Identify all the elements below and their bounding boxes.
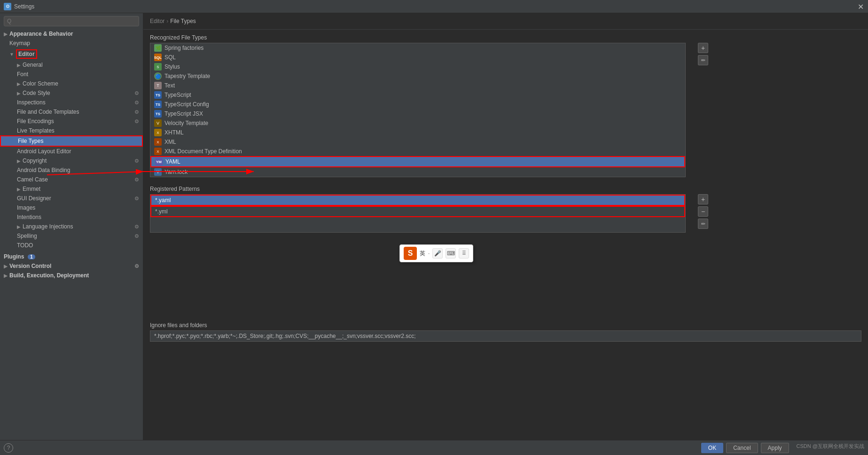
sidebar-item-label: Android Data Binding bbox=[17, 167, 70, 173]
apply-button[interactable]: Apply bbox=[761, 443, 789, 453]
sidebar-item-label: Camel Case bbox=[17, 176, 48, 183]
sidebar-item-inspections[interactable]: Inspections ⚙ bbox=[0, 98, 143, 107]
settings-icon: ⚙ bbox=[134, 109, 139, 115]
list-item[interactable]: 🔵 Tapestry Template bbox=[150, 71, 685, 81]
patterns-list[interactable]: *.yaml *.yml bbox=[150, 195, 685, 232]
sidebar-item-gui-designer[interactable]: GUI Designer ⚙ bbox=[0, 194, 143, 203]
sidebar-item-label: General bbox=[23, 62, 43, 68]
ime-toolbar: S 英 · 🎤 ⌨ ⠿ bbox=[399, 244, 473, 262]
patterns-list-container: *.yaml *.yml bbox=[150, 194, 686, 233]
sidebar-item-android-layout-editor[interactable]: Android Layout Editor bbox=[0, 147, 143, 156]
sidebar-item-label: Font bbox=[17, 71, 28, 78]
sidebar-item-label: File and Code Templates bbox=[17, 109, 79, 115]
list-item[interactable]: 🌿 Spring factories bbox=[150, 43, 685, 53]
sidebar-item-label: Build, Execution, Deployment bbox=[9, 272, 89, 279]
sidebar-item-file-encodings[interactable]: File Encodings ⚙ bbox=[0, 117, 143, 126]
add-pattern-button[interactable]: + bbox=[698, 194, 708, 204]
pattern-name: *.yaml bbox=[155, 197, 171, 204]
ts-config-icon: TS bbox=[154, 101, 162, 108]
yaml-icon: YM bbox=[155, 158, 163, 165]
sidebar-item-editor[interactable]: Editor bbox=[0, 48, 143, 60]
ime-keyboard-button[interactable]: ⌨ bbox=[446, 248, 456, 259]
sidebar-item-language-injections[interactable]: Language Injections ⚙ bbox=[0, 222, 143, 231]
close-button[interactable]: ✕ bbox=[858, 3, 864, 10]
sidebar-item-label: Plugins bbox=[4, 253, 24, 260]
list-item[interactable]: T Text bbox=[150, 81, 685, 90]
sidebar-item-plugins[interactable]: Plugins 1 bbox=[0, 252, 143, 261]
sidebar-item-label: Color Scheme bbox=[23, 80, 58, 87]
file-type-name: Yarn.lock bbox=[164, 169, 188, 175]
content-body: Recognized File Types 🌿 Spring factories bbox=[143, 30, 868, 440]
sidebar-item-file-types[interactable]: File Types bbox=[0, 135, 143, 147]
settings-icon: ⚙ bbox=[134, 224, 139, 230]
sidebar-item-label: Editor bbox=[16, 49, 37, 59]
ime-mic-button[interactable]: 🎤 bbox=[432, 248, 443, 259]
sidebar-item-font[interactable]: Font bbox=[0, 70, 143, 79]
app-icon: ⚙ bbox=[4, 3, 11, 10]
list-item[interactable]: X XML Document Type Definition bbox=[150, 147, 685, 156]
file-types-list[interactable]: 🌿 Spring factories SQL SQL bbox=[150, 43, 685, 177]
sidebar-item-appearance-behavior[interactable]: Appearance & Behavior bbox=[0, 29, 143, 39]
list-item[interactable]: SQL SQL bbox=[150, 53, 685, 62]
sidebar-item-label: Keymap bbox=[9, 40, 30, 47]
search-input[interactable] bbox=[4, 16, 139, 26]
xhtml-icon: X bbox=[154, 129, 162, 136]
yarn-icon: Y bbox=[154, 168, 162, 176]
sidebar-item-todo[interactable]: TODO bbox=[0, 241, 143, 250]
sidebar-item-emmet[interactable]: Emmet bbox=[0, 184, 143, 194]
sidebar-item-android-data-binding[interactable]: Android Data Binding bbox=[0, 165, 143, 175]
list-item[interactable]: X XHTML bbox=[150, 128, 685, 137]
sidebar-item-live-templates[interactable]: Live Templates bbox=[0, 126, 143, 135]
file-type-name: TypeScript Config bbox=[164, 101, 209, 108]
sidebar-item-camel-case[interactable]: Camel Case ⚙ bbox=[0, 175, 143, 184]
pattern-item[interactable]: *.yml bbox=[150, 206, 685, 217]
edit-file-type-button[interactable]: ✏ bbox=[698, 55, 708, 65]
ignore-input[interactable] bbox=[150, 330, 861, 342]
stylus-icon: S bbox=[154, 63, 162, 71]
breadcrumb-parent: Editor bbox=[150, 18, 164, 24]
list-item[interactable]: V Velocity Template bbox=[150, 118, 685, 128]
ignore-section: Ignore files and folders bbox=[150, 322, 861, 342]
sidebar-item-general[interactable]: General bbox=[0, 60, 143, 70]
remove-pattern-button[interactable]: − bbox=[698, 206, 708, 217]
sidebar-item-keymap[interactable]: Keymap bbox=[0, 39, 143, 48]
titlebar-title: Settings bbox=[14, 3, 34, 10]
sidebar-item-color-scheme[interactable]: Color Scheme bbox=[0, 79, 143, 88]
xml-icon: X bbox=[154, 138, 162, 146]
help-button[interactable]: ? bbox=[4, 443, 13, 453]
file-type-name: XML bbox=[164, 139, 176, 145]
list-item[interactable]: S Stylus bbox=[150, 62, 685, 71]
list-item[interactable]: YM YAML bbox=[150, 156, 685, 167]
list-item[interactable]: TS TypeScript Config bbox=[150, 100, 685, 109]
sidebar-item-version-control[interactable]: Version Control ⚙ bbox=[0, 261, 143, 271]
add-file-type-button[interactable]: + bbox=[698, 43, 708, 53]
list-item[interactable]: X XML bbox=[150, 137, 685, 147]
sidebar-item-label: Android Layout Editor bbox=[17, 148, 71, 155]
sidebar-item-copyright[interactable]: Copyright ⚙ bbox=[0, 156, 143, 165]
ime-grid-button[interactable]: ⠿ bbox=[459, 248, 469, 259]
settings-icon: ⚙ bbox=[134, 158, 139, 164]
sidebar-item-label: File Types bbox=[18, 138, 43, 144]
spring-icon: 🌿 bbox=[154, 44, 162, 52]
registered-patterns-section: Registered Patterns *.yaml *.yml bbox=[150, 186, 861, 233]
cancel-button[interactable]: Cancel bbox=[726, 443, 758, 453]
ime-separator: · bbox=[428, 250, 430, 257]
ok-button[interactable]: OK bbox=[701, 443, 723, 453]
sidebar-item-build-execution-deployment[interactable]: Build, Execution, Deployment bbox=[0, 271, 143, 280]
list-item[interactable]: TS TypeScript bbox=[150, 90, 685, 100]
file-type-name: TypeScript bbox=[164, 92, 191, 98]
pattern-item[interactable]: *.yaml bbox=[150, 195, 685, 206]
list-item[interactable]: Y Yarn.lock bbox=[150, 167, 685, 177]
file-type-name: YAML bbox=[165, 158, 180, 165]
sidebar-item-file-code-templates[interactable]: File and Code Templates ⚙ bbox=[0, 107, 143, 117]
sidebar-item-label: Spelling bbox=[17, 233, 37, 239]
edit-pattern-button[interactable]: ✏ bbox=[698, 219, 708, 229]
app-window: ⚙ Settings ✕ Appearance & Behavior Keyma… bbox=[0, 0, 868, 455]
sidebar-item-code-style[interactable]: Code Style ⚙ bbox=[0, 88, 143, 98]
sidebar-item-images[interactable]: Images bbox=[0, 203, 143, 212]
tapestry-icon: 🔵 bbox=[154, 72, 162, 80]
sidebar-item-spelling[interactable]: Spelling ⚙ bbox=[0, 231, 143, 241]
list-item[interactable]: TS TypeScript JSX bbox=[150, 109, 685, 118]
sidebar-item-intentions[interactable]: Intentions bbox=[0, 212, 143, 222]
settings-icon: ⚙ bbox=[134, 118, 139, 125]
